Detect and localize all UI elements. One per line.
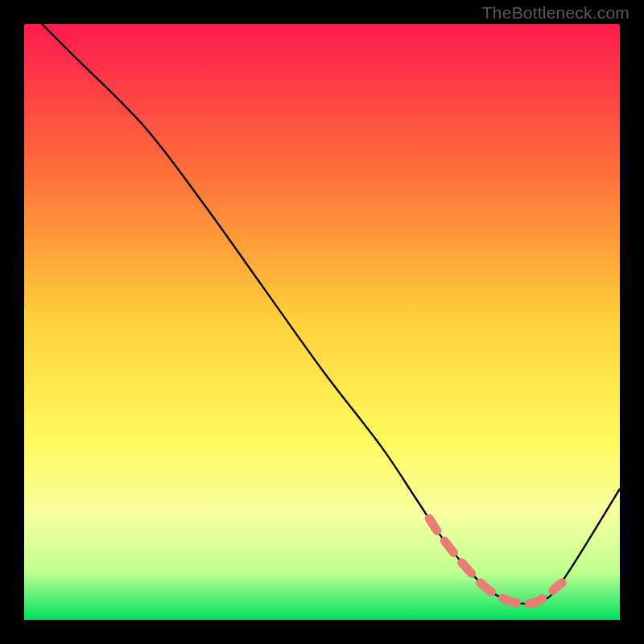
plot-area [24,24,620,620]
plot-svg [24,24,620,620]
gradient-background [24,24,620,620]
watermark-text: TheBottleneck.com [482,3,630,23]
